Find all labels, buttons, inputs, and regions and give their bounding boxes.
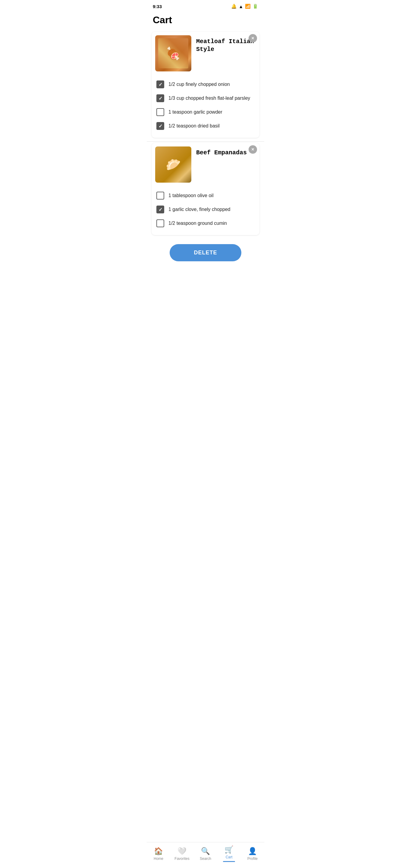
wifi-icon: ▲ (239, 4, 243, 9)
notification-icon: 🔔 (231, 4, 237, 9)
checkbox-onion[interactable] (156, 81, 164, 88)
status-icons: 🔔 ▲ 📶 🔋 (231, 4, 258, 9)
list-item: 1/2 teaspoon dried basil (156, 119, 255, 133)
ingredient-text: 1/2 teaspoon ground cumin (168, 221, 227, 226)
list-item: 1/3 cup chopped fresh flat-leaf parsley (156, 91, 255, 105)
page-content: Cart Meatloaf Italian Style × 1/2 cup fi… (147, 11, 264, 298)
ingredient-text: 1 tablespoon olive oil (168, 193, 213, 198)
list-item: 1 tablespoon olive oil (156, 189, 255, 203)
recipe-card-empanadas: Beef Empanadas × 1 tablespoon olive oil … (152, 143, 259, 235)
checkbox-basil[interactable] (156, 122, 164, 130)
signal-icon: 📶 (245, 4, 251, 9)
ingredients-list-empanadas: 1 tablespoon olive oil 1 garlic clove, f… (152, 186, 259, 235)
recipe-title-meatloaf: Meatloaf Italian Style (196, 38, 256, 53)
delete-button[interactable]: DELETE (170, 244, 241, 261)
remove-empanadas-button[interactable]: × (249, 145, 257, 154)
list-item: 1/2 cup finely chopped onion (156, 78, 255, 91)
recipe-header-empanadas: Beef Empanadas × (152, 143, 259, 186)
page-title: Cart (147, 11, 264, 32)
recipe-image-empanadas (155, 147, 191, 183)
battery-icon: 🔋 (253, 4, 258, 9)
ingredient-text: 1 teaspoon garlic powder (168, 110, 222, 115)
checkbox-garlic-powder[interactable] (156, 108, 164, 116)
divider (147, 141, 264, 142)
checkbox-olive-oil[interactable] (156, 192, 164, 199)
status-time: 9:33 (153, 4, 162, 9)
ingredient-text: 1/2 cup finely chopped onion (168, 82, 230, 87)
recipe-header-meatloaf: Meatloaf Italian Style × (152, 32, 259, 75)
ingredient-text: 1 garlic clove, finely chopped (168, 207, 230, 212)
recipe-image-meatloaf (155, 35, 191, 71)
ingredient-text: 1/2 teaspoon dried basil (168, 123, 220, 129)
status-bar: 9:33 🔔 ▲ 📶 🔋 (147, 0, 264, 11)
recipe-title-empanadas: Beef Empanadas (196, 149, 256, 157)
list-item: 1 teaspoon garlic powder (156, 105, 255, 119)
checkbox-garlic-clove[interactable] (156, 206, 164, 213)
recipe-card-meatloaf: Meatloaf Italian Style × 1/2 cup finely … (152, 32, 259, 138)
checkbox-parsley[interactable] (156, 94, 164, 102)
ingredients-list-meatloaf: 1/2 cup finely chopped onion 1/3 cup cho… (152, 75, 259, 138)
list-item: 1/2 teaspoon ground cumin (156, 216, 255, 230)
checkbox-cumin[interactable] (156, 219, 164, 227)
remove-meatloaf-button[interactable]: × (249, 34, 257, 42)
list-item: 1 garlic clove, finely chopped (156, 203, 255, 216)
ingredient-text: 1/3 cup chopped fresh flat-leaf parsley (168, 96, 250, 101)
